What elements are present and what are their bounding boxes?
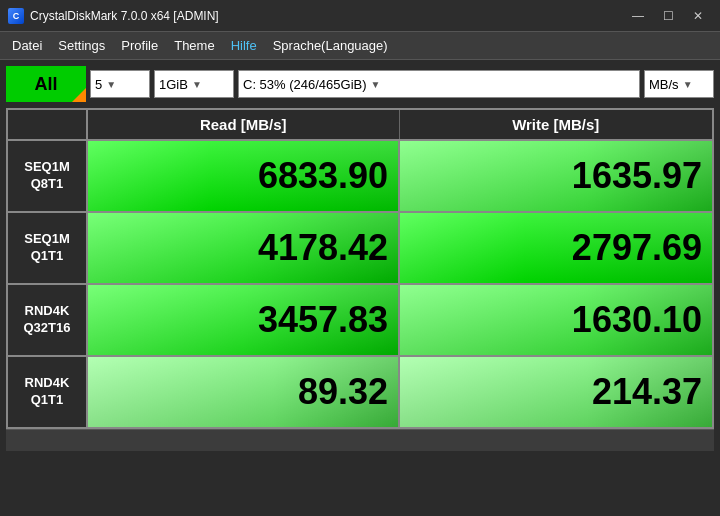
menu-hilfe[interactable]: Hilfe [223, 34, 265, 57]
read-value-seq1m-q8t1: 6833.90 [258, 155, 388, 197]
write-value-rnd4k-q32t16: 1630.10 [572, 299, 702, 341]
main-content: All 5 ▼ 1GiB ▼ C: 53% (246/465GiB) ▼ MB/… [0, 60, 720, 516]
size-arrow-icon: ▼ [192, 79, 202, 90]
size-value: 1GiB [159, 77, 188, 92]
row-label-seq1m-q8t1: SEQ1MQ8T1 [7, 140, 87, 212]
col-label-header [7, 109, 87, 140]
runs-arrow-icon: ▼ [106, 79, 116, 90]
status-bar [6, 429, 714, 451]
write-value-seq1m-q8t1: 1635.97 [572, 155, 702, 197]
maximize-button[interactable]: ☐ [654, 6, 682, 26]
col-read-header: Read [MB/s] [87, 109, 399, 140]
size-dropdown[interactable]: 1GiB ▼ [154, 70, 234, 98]
menu-profile[interactable]: Profile [113, 34, 166, 57]
read-cell-rnd4k-q32t16: 3457.83 [87, 284, 399, 356]
unit-dropdown[interactable]: MB/s ▼ [644, 70, 714, 98]
read-cell-rnd4k-q1t1: 89.32 [87, 356, 399, 428]
benchmark-table: Read [MB/s] Write [MB/s] SEQ1MQ8T1 6833.… [6, 108, 714, 429]
write-cell-seq1m-q1t1: 2797.69 [399, 212, 713, 284]
all-button[interactable]: All [6, 66, 86, 102]
read-cell-seq1m-q1t1: 4178.42 [87, 212, 399, 284]
runs-dropdown[interactable]: 5 ▼ [90, 70, 150, 98]
col-write-header: Write [MB/s] [399, 109, 713, 140]
minimize-button[interactable]: — [624, 6, 652, 26]
window-title: CrystalDiskMark 7.0.0 x64 [ADMIN] [30, 9, 624, 23]
read-value-seq1m-q1t1: 4178.42 [258, 227, 388, 269]
menu-bar: Datei Settings Profile Theme Hilfe Sprac… [0, 32, 720, 60]
menu-theme[interactable]: Theme [166, 34, 222, 57]
write-cell-seq1m-q8t1: 1635.97 [399, 140, 713, 212]
menu-datei[interactable]: Datei [4, 34, 50, 57]
unit-value: MB/s [649, 77, 679, 92]
unit-arrow-icon: ▼ [683, 79, 693, 90]
close-button[interactable]: ✕ [684, 6, 712, 26]
write-value-rnd4k-q1t1: 214.37 [592, 371, 702, 413]
read-value-rnd4k-q32t16: 3457.83 [258, 299, 388, 341]
toolbar: All 5 ▼ 1GiB ▼ C: 53% (246/465GiB) ▼ MB/… [6, 66, 714, 102]
menu-settings[interactable]: Settings [50, 34, 113, 57]
title-bar: C CrystalDiskMark 7.0.0 x64 [ADMIN] — ☐ … [0, 0, 720, 32]
menu-sprache[interactable]: Sprache(Language) [265, 34, 396, 57]
write-cell-rnd4k-q32t16: 1630.10 [399, 284, 713, 356]
drive-arrow-icon: ▼ [371, 79, 381, 90]
drive-dropdown[interactable]: C: 53% (246/465GiB) ▼ [238, 70, 640, 98]
runs-value: 5 [95, 77, 102, 92]
row-label-rnd4k-q32t16: RND4KQ32T16 [7, 284, 87, 356]
write-value-seq1m-q1t1: 2797.69 [572, 227, 702, 269]
read-value-rnd4k-q1t1: 89.32 [298, 371, 388, 413]
app-icon: C [8, 8, 24, 24]
drive-value: C: 53% (246/465GiB) [243, 77, 367, 92]
row-label-seq1m-q1t1: SEQ1MQ1T1 [7, 212, 87, 284]
row-label-rnd4k-q1t1: RND4KQ1T1 [7, 356, 87, 428]
window-controls: — ☐ ✕ [624, 6, 712, 26]
read-cell-seq1m-q8t1: 6833.90 [87, 140, 399, 212]
write-cell-rnd4k-q1t1: 214.37 [399, 356, 713, 428]
